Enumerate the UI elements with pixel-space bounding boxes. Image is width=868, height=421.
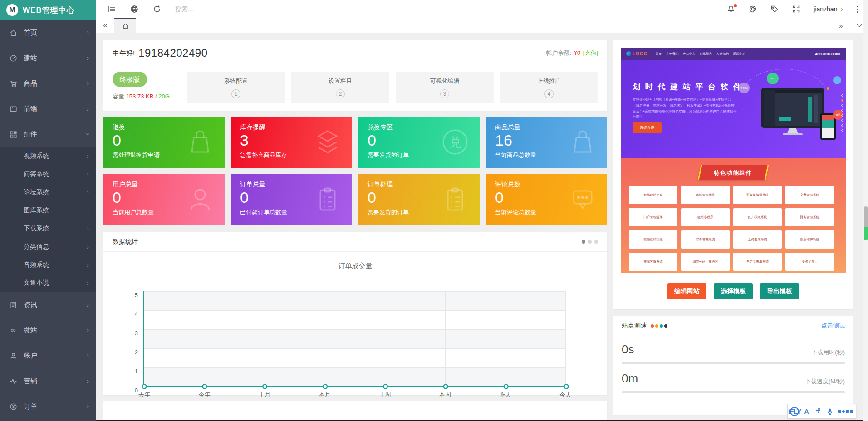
preview-hero-description: 支持企业站+门户站（资讯+视频+分类信息）+专业商城+建站平台（域名注册、网站开…: [633, 97, 737, 120]
sidebar-subitem-audio[interactable]: 音频系统›: [0, 256, 96, 274]
tag-icon[interactable]: [770, 5, 779, 14]
stat-card-user-total[interactable]: 用户总量 0 当前用户总数量: [103, 174, 225, 225]
scrollbar-thumb[interactable]: [864, 206, 868, 240]
sidebar-subitem-qa[interactable]: 问答系统›: [0, 165, 96, 183]
layers-icon: [313, 127, 342, 158]
sidebar-subitem-video[interactable]: 视频系统›: [0, 147, 96, 165]
sidebar-item-home[interactable]: 首页 ›: [0, 20, 96, 45]
collapse-sidebar-icon[interactable]: [107, 5, 116, 14]
components-icon: [9, 130, 17, 138]
sidebar: M WEB管理中心 首页 › 建站 › 商品 › 前端 › 组件 › 视频系统›…: [0, 0, 96, 421]
chevron-right-icon: ›: [87, 326, 89, 334]
features-banner: 特色功能组件: [697, 165, 769, 180]
features-grid: 智能建站平台 商城管理系统 可视化编辑系统 文章管理系统 门户管理组件 微站小程…: [629, 186, 834, 271]
feature-box: 在线客服系统: [629, 253, 677, 271]
stat-card-order-processing[interactable]: 订单处理 0 需要发货的订单: [358, 174, 480, 225]
feature-box: 微站小程序: [681, 208, 730, 226]
step-visual-edit[interactable]: 可视化编辑 3: [396, 72, 494, 103]
sidebar-item-label: 微站: [24, 326, 37, 335]
sidebar-item-label: 建站: [24, 54, 37, 63]
choose-template-button[interactable]: 选择模板: [714, 283, 753, 299]
user-menu[interactable]: jianzhan ›: [814, 5, 843, 13]
punctuation-icon[interactable]: [814, 408, 821, 415]
search-input[interactable]: [175, 5, 275, 13]
preview-hero-title: 划 时 代 建 站 平 台 软 件: [633, 82, 742, 92]
sidebar-subitem-gallery[interactable]: 图库系统›: [0, 201, 96, 220]
step-go-live[interactable]: 上线推广 4: [500, 72, 598, 103]
feature-box: 数据维护功能: [785, 230, 834, 249]
carousel-dot[interactable]: [594, 240, 598, 244]
palette-icon[interactable]: [748, 5, 757, 14]
bell-icon[interactable]: [726, 5, 736, 14]
feature-box: 上传图库系统: [733, 230, 782, 249]
capacity-info: 容量 153.73 KB / 20G: [113, 93, 181, 101]
step-system-config[interactable]: 系统配置 1: [187, 72, 285, 103]
step-number: 3: [440, 89, 449, 98]
scrollbar[interactable]: [863, 0, 868, 421]
account-number: 19184202490: [138, 47, 207, 59]
ifly-logo-icon[interactable]: iFLY: [790, 407, 799, 416]
sidebar-item-news[interactable]: 资讯 ›: [0, 292, 96, 318]
shopping-bag-icon: [568, 127, 597, 158]
stat-card-product-total[interactable]: 商品总量 16 当前商品总数量: [486, 117, 607, 168]
comment-icon: [568, 185, 597, 215]
sidebar-item-micro-site[interactable]: ∞ 微站 ›: [0, 318, 96, 343]
divider: [113, 65, 598, 65]
preview-features-section: 特色功能组件 智能建站平台 商城管理系统 可视化编辑系统 文章管理系统 门户管理…: [621, 158, 846, 273]
marketing-icon: [9, 377, 17, 385]
account-icon: [9, 352, 17, 360]
tabs-scroll-right-button[interactable]: »: [832, 18, 850, 33]
sidebar-item-products[interactable]: 商品 ›: [0, 71, 96, 96]
refresh-icon[interactable]: [152, 5, 162, 14]
chevron-right-icon: ›: [87, 54, 89, 62]
sidebar-subitem-classified[interactable]: 分类信息›: [0, 238, 96, 256]
sidebar-item-marketing[interactable]: 营销 ›: [0, 368, 96, 394]
stat-card-exchange-zone[interactable]: 兑换专区 0 需要发货的订单 兑: [358, 117, 480, 168]
right-column: LOGO 首页 关于我们 产品中心 在线留言 人才招聘 新闻中心 400-800…: [613, 40, 853, 421]
micro-site-icon: ∞: [9, 326, 17, 334]
preview-phone-number: 400-800-8888: [815, 52, 840, 56]
order-volume-chart: 012345去年今年上月本月上周本周昨天今天: [143, 291, 565, 387]
stat-card-stock-alert[interactable]: 库存提醒 3 急需补充商品库存: [231, 117, 352, 168]
sidebar-item-site-builder[interactable]: 建站 ›: [0, 45, 96, 71]
microphone-icon[interactable]: [826, 408, 834, 415]
font-mode-icon[interactable]: A: [804, 408, 809, 415]
statistics-title: 数据统计: [113, 238, 138, 246]
recharge-link[interactable]: [充值]: [583, 49, 598, 56]
feature-box: 文章管理系统: [785, 186, 834, 204]
chevron-right-icon: ›: [87, 207, 89, 214]
notification-badge: [734, 4, 737, 7]
fullscreen-icon[interactable]: [792, 5, 801, 14]
run-speed-test-link[interactable]: 点击测试: [821, 322, 845, 330]
sidebar-item-components[interactable]: 组件 ›: [0, 122, 96, 147]
edit-site-button[interactable]: 编辑网站: [667, 283, 706, 299]
sidebar-subitem-forum[interactable]: 论坛系统›: [0, 183, 96, 201]
step-number: 4: [544, 89, 554, 98]
globe-icon[interactable]: [130, 5, 139, 14]
stat-card-order-total[interactable]: 订单总量 0 已付款订单总数量: [231, 174, 352, 225]
sidebar-item-frontend[interactable]: 前端 ›: [0, 96, 96, 122]
ime-menu-icon[interactable]: [838, 410, 853, 413]
sidebar-subitem-novel[interactable]: 文集小说›: [0, 274, 96, 292]
tabs-scroll-left-button[interactable]: «: [96, 18, 114, 33]
sidebar-item-orders[interactable]: 订单 ›: [0, 394, 96, 419]
export-template-button[interactable]: 导出模板: [760, 283, 799, 299]
orders-icon: [9, 402, 17, 411]
more-menu-icon[interactable]: [856, 5, 859, 14]
mobile-bubble: 手机站: [739, 83, 750, 93]
home-tab-icon: [122, 23, 129, 29]
chevron-right-icon: ›: [87, 301, 89, 309]
sidebar-subitem-download[interactable]: 下载系统›: [0, 220, 96, 238]
carousel-dot[interactable]: [588, 240, 592, 244]
chevron-right-icon: ›: [87, 79, 89, 88]
chevron-right-icon: ›: [87, 152, 89, 160]
sidebar-item-account[interactable]: 帐户 ›: [0, 343, 96, 368]
tab-home[interactable]: [114, 18, 136, 33]
sidebar-item-label: 前端: [24, 105, 37, 113]
carousel-dot[interactable]: [582, 240, 585, 244]
step-set-columns[interactable]: 设置栏目 2: [291, 72, 389, 103]
stat-card-comment-total[interactable]: 评论总数 0 当前评论总数量: [486, 174, 607, 225]
capacity-total: / 20G: [155, 93, 170, 100]
stat-card-returns[interactable]: 退换 0 需处理退换货申请: [103, 117, 225, 168]
feature-box: 自定义表单系统: [733, 253, 782, 271]
